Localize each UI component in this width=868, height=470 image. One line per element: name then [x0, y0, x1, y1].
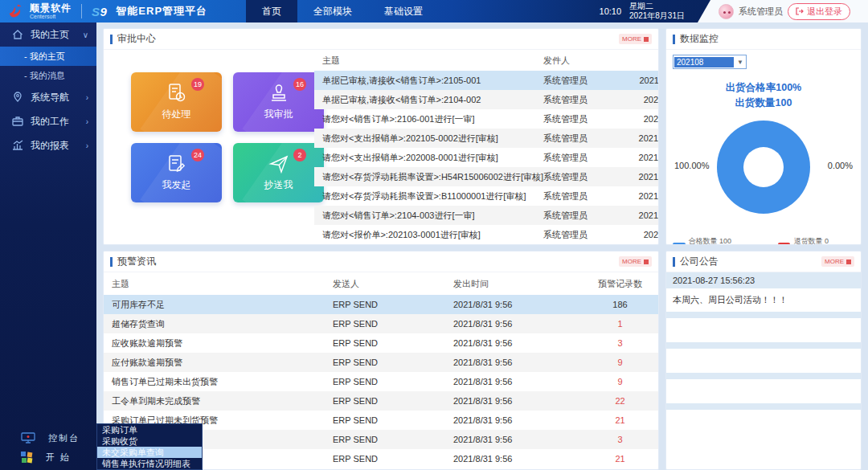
sidebar-item-系统导航[interactable]: 系统导航› — [0, 85, 96, 109]
announcement-separator — [666, 403, 861, 410]
approval-more-button[interactable]: MORE — [619, 34, 652, 44]
start-label: 开 始 — [46, 452, 71, 464]
cell: ERP SEND — [333, 338, 453, 348]
cell: 请您对<支出报销单>:202008-0001进行[审核] — [314, 152, 543, 164]
menu-item-未交采购单查询[interactable]: 未交采购单查询 — [97, 447, 202, 458]
menu-item-销售单执行情况明细表[interactable]: 销售单执行情况明细表 — [97, 458, 202, 469]
cell: ERP SEND — [333, 415, 453, 425]
approval-row[interactable]: 请您对<存货浮动耗损率设置>:B11000001进行[审核]系统管理员2021/… — [314, 186, 659, 206]
cell: 应收账款逾期预警 — [104, 337, 333, 349]
menu-item-采购收货[interactable]: 采购收货 — [97, 435, 202, 447]
approval-tiles: 19待处理16我审批24我发起2抄送我 — [104, 50, 314, 245]
alert-row[interactable]: 超储存货查询ERP SEND2021/8/31 9:561 — [104, 314, 658, 333]
alert-row[interactable]: 可用库存不足ERP SEND2021/8/31 9:56186 — [104, 295, 658, 314]
approval-row[interactable]: 请您对<支出报销单>:202105-0002进行[审核]系统管理员2021/5/… — [314, 129, 659, 148]
logo-name-cn: 顺景软件 — [30, 3, 72, 13]
start-button[interactable]: 开 始 — [0, 448, 96, 467]
alert-row[interactable]: 销售订单已过期未出货预警ERP SEND2021/8/31 9:569 — [104, 372, 658, 391]
alert-row[interactable]: 应付账款逾期预警ERP SEND2021/8/31 9:569 — [104, 353, 658, 372]
tab-全部模块[interactable]: 全部模块 — [297, 0, 368, 22]
sidebar-subitem-我的主页[interactable]: - 我的主页 — [0, 47, 96, 66]
sidebar-item-我的工作[interactable]: 我的工作› — [0, 109, 96, 133]
cell: 请您对<支出报销单>:202105-0002进行[审核] — [314, 133, 543, 145]
cell: 21 — [582, 454, 658, 464]
tile-label: 我发起 — [162, 178, 191, 192]
col-sender: 发件人 — [543, 55, 624, 67]
home-icon — [11, 28, 24, 41]
cell: 3 — [582, 338, 658, 348]
announcement-separator — [666, 373, 861, 379]
cell: 请您对<销售订单>:2106-001进行[一审] — [314, 113, 543, 125]
cell: 2021/6/5 14:58 — [624, 114, 659, 124]
alert-row[interactable]: 工令单到期未完成预警ERP SEND2021/8/31 9:5622 — [104, 391, 658, 411]
count-badge: 16 — [293, 78, 306, 91]
approval-panel-title: 审批中心 — [117, 32, 156, 46]
approval-row[interactable]: 请您对<销售订单>:2104-003进行[一审]系统管理员2021/4/23 1… — [314, 206, 659, 225]
alerts-more-button[interactable]: MORE — [619, 256, 652, 267]
period-select[interactable]: 202108 ▼ — [673, 55, 747, 69]
avatar[interactable] — [719, 4, 734, 19]
logo: 顺景软件 Centersoft S9 智能ERP管理平台 — [0, 2, 207, 20]
cell: 系统管理员 — [543, 94, 624, 106]
cell: ERP SEND — [333, 319, 453, 329]
announcement-more-button[interactable]: MORE — [821, 256, 854, 267]
alert-row[interactable]: 应收账款逾期预警ERP SEND2021/8/31 9:563 — [104, 333, 658, 353]
approval-row[interactable]: 请您对<支出报销单>:202008-0001进行[审核]系统管理员2021/5/… — [314, 148, 659, 167]
cell: 系统管理员 — [543, 190, 624, 202]
announcement-content[interactable]: 本周六、周日公司活动！！！ — [666, 288, 861, 312]
approval-row[interactable]: 单据已审核,请接收<销售订单>:2105-001系统管理员2021/8/14 1… — [314, 71, 659, 90]
announcement-empty-row — [666, 349, 861, 373]
cell: 2021/8/31 9:56 — [453, 415, 582, 425]
cell: 2021/8/31 9:56 — [453, 435, 582, 444]
cell: 请您对<报价单>:202103-0001进行[审核] — [314, 229, 543, 241]
cell: ERP SEND — [333, 377, 453, 386]
tile-抄送我[interactable]: 2抄送我 — [233, 143, 324, 202]
col-count: 预警记录数 — [582, 278, 658, 290]
cell: 2021/8/14 11:45 — [624, 76, 659, 85]
alerts-table-header: 主题 发送人 发出时间 预警记录数 — [104, 272, 658, 295]
stamp-icon — [268, 83, 289, 104]
logout-label: 退出登录 — [807, 6, 842, 18]
tile-我发起[interactable]: 24我发起 — [131, 143, 222, 202]
sidebar-item-label: 系统导航 — [31, 91, 69, 104]
weekday-label: 星期二 — [629, 2, 685, 11]
cell: 2021/8/31 9:56 — [453, 338, 582, 348]
sidebar-subitem-我的消息[interactable]: - 我的消息 — [0, 66, 96, 85]
alerts-panel-title: 预警资讯 — [117, 255, 156, 268]
count-badge: 24 — [191, 149, 204, 161]
legend-item[interactable]: 退货数量 0 (0.00%) — [778, 236, 854, 245]
menu-item-采购订单[interactable]: 采购订单 — [97, 424, 202, 435]
logout-button[interactable]: 退出登录 — [788, 3, 850, 20]
cell: 2021/8/31 9:56 — [453, 300, 582, 309]
send-plane-icon — [268, 153, 289, 174]
approval-table: 主题 发件人 发出时间 单据已审核,请接收<销售订单>:2105-001系统管理… — [314, 50, 659, 245]
quick-menu-popup: 采购订单采购收货未交采购单查询销售单执行情况明细表 — [96, 423, 203, 470]
approval-row[interactable]: 请您对<存货浮动耗损率设置>:H54R15006002进行[审核]系统管理员20… — [314, 167, 659, 186]
approval-table-header: 主题 发件人 发出时间 — [314, 50, 659, 71]
legend-item[interactable]: 合格数量 100 (100.00%) — [673, 236, 765, 245]
announcement-panel-title: 公司公告 — [680, 255, 719, 268]
shipment-donut-chart: 100.00% 0.00% — [673, 114, 854, 231]
donut-ring — [717, 121, 810, 214]
sidebar-item-我的主页[interactable]: 我的主页∨ — [0, 22, 96, 47]
approval-row[interactable]: 单据已审核,请接收<销售订单>:2104-002系统管理员2021/8/5 16… — [314, 90, 659, 109]
announcement-datetime: 2021-08-27 15:56:23 — [666, 272, 861, 288]
title-accent — [673, 35, 675, 44]
cell: 系统管理员 — [543, 113, 624, 125]
console-button[interactable]: 控制台 — [0, 428, 96, 448]
tab-基础设置[interactable]: 基础设置 — [368, 0, 439, 22]
cell: 单据已审核,请接收<销售订单>:2104-002 — [314, 94, 543, 106]
donut-left-label: 100.00% — [674, 161, 709, 170]
cell: 单据已审核,请接收<销售订单>:2105-001 — [314, 75, 543, 87]
cell: 2021/5/21 16:13 — [624, 191, 659, 201]
tile-待处理[interactable]: 19待处理 — [131, 72, 222, 132]
cell: 21 — [582, 415, 658, 425]
tab-首页[interactable]: 首页 — [246, 0, 297, 22]
tile-我审批[interactable]: 16我审批 — [233, 72, 324, 132]
more-icon — [644, 37, 649, 42]
count-badge: 2 — [293, 149, 306, 161]
approval-row[interactable]: 请您对<报价单>:202103-0001进行[审核]系统管理员2021/3/3 … — [314, 225, 659, 244]
approval-row[interactable]: 请您对<销售订单>:2106-001进行[一审]系统管理员2021/6/5 14… — [314, 109, 659, 129]
sidebar-item-我的报表[interactable]: 我的报表› — [0, 133, 96, 157]
centersoft-logo-icon — [6, 2, 26, 20]
